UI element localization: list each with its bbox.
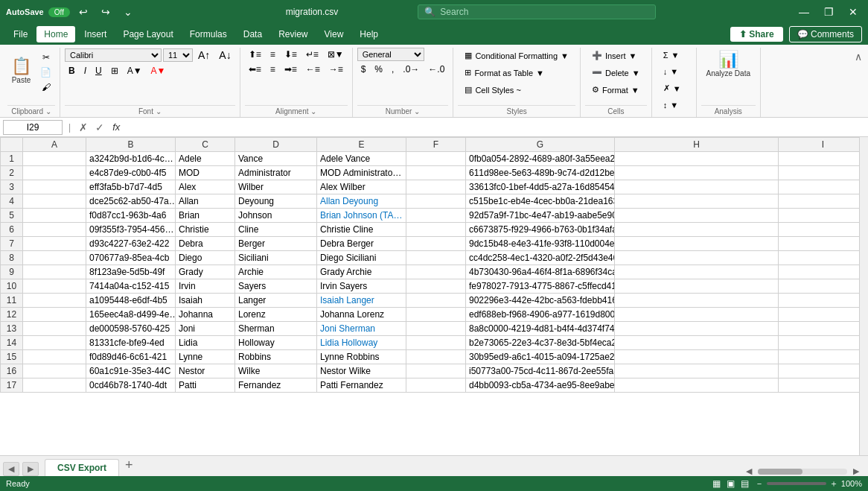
percent-button[interactable]: % xyxy=(371,63,386,76)
cell-17-2[interactable]: Patti xyxy=(176,378,235,393)
cell-2-2[interactable]: MOD xyxy=(176,166,235,180)
col-header-d[interactable]: D xyxy=(235,138,317,152)
cell-11-3[interactable]: Langer xyxy=(235,294,317,308)
cell-16-3[interactable]: Wilke xyxy=(235,364,317,378)
cell-14-7[interactable] xyxy=(615,336,779,350)
search-input[interactable] xyxy=(440,7,649,17)
cell-4-4[interactable]: Allan Deyoung xyxy=(317,194,406,209)
cell-12-7[interactable] xyxy=(615,308,779,322)
cut-button[interactable]: ✂ xyxy=(36,51,55,64)
row-number-10[interactable]: 10 xyxy=(1,279,23,294)
cell-2-0[interactable] xyxy=(23,166,86,180)
cell-17-8[interactable] xyxy=(779,378,860,393)
align-top-button[interactable]: ⬆≡ xyxy=(245,48,265,61)
cell-4-1[interactable]: dce25c62-ab50-47a… xyxy=(86,194,176,209)
share-button[interactable]: ⬆ Share xyxy=(730,27,783,42)
cell-16-5[interactable] xyxy=(406,364,466,378)
horizontal-scroll-left[interactable]: ◀ xyxy=(746,466,752,476)
align-left-button[interactable]: ⬅≡ xyxy=(245,63,265,76)
cell-11-8[interactable] xyxy=(779,294,860,308)
cell-6-3[interactable]: Cline xyxy=(235,223,317,237)
cell-13-3[interactable]: Sherman xyxy=(235,322,317,336)
cell-7-6[interactable]: 9dc15b48-e4e3-41fe-93f8-110d004e911e xyxy=(466,237,615,251)
cell-16-0[interactable] xyxy=(23,364,86,378)
cell-9-8[interactable] xyxy=(779,265,860,279)
cell-9-1[interactable]: 8f123a9e-5d5b-49f xyxy=(86,265,176,279)
cell-7-5[interactable] xyxy=(406,237,466,251)
cell-5-6[interactable]: 92d57a9f-71bc-4e47-ab19-aabe5e906f66 xyxy=(466,209,615,223)
cell-11-4[interactable]: Isaiah Langer xyxy=(317,294,406,308)
cell-15-2[interactable]: Lynne xyxy=(176,350,235,364)
cell-8-3[interactable]: Siciliani xyxy=(235,251,317,265)
cell-7-3[interactable]: Berger xyxy=(235,237,317,251)
cell-6-2[interactable]: Christie xyxy=(176,223,235,237)
row-number-12[interactable]: 12 xyxy=(1,308,23,322)
cell-17-5[interactable] xyxy=(406,378,466,393)
cell-17-3[interactable]: Fernandez xyxy=(235,378,317,393)
format-painter-button[interactable]: 🖌 xyxy=(36,80,55,94)
cell-5-0[interactable] xyxy=(23,209,86,223)
col-header-f[interactable]: F xyxy=(406,138,466,152)
analyze-data-button[interactable]: 📊 Analyze Data xyxy=(701,48,756,81)
cell-8-1[interactable]: 070677a9-85ea-4cb xyxy=(86,251,176,265)
cell-15-7[interactable] xyxy=(615,350,779,364)
cell-6-7[interactable] xyxy=(615,223,779,237)
row-number-11[interactable]: 11 xyxy=(1,294,23,308)
cell-4-0[interactable] xyxy=(23,194,86,209)
minimize-button[interactable]: — xyxy=(794,4,814,19)
cell-1-3[interactable]: Vance xyxy=(235,152,317,166)
cell-2-4[interactable]: MOD Administrato… xyxy=(317,166,406,180)
font-name-select[interactable]: Calibri xyxy=(65,48,162,62)
cell-12-4[interactable]: Johanna Lorenz xyxy=(317,308,406,322)
cell-11-1[interactable]: a1095448-e6df-4b5 xyxy=(86,294,176,308)
menu-formulas[interactable]: Formulas xyxy=(182,26,234,42)
zoom-out-button[interactable]: － xyxy=(755,478,764,490)
cell-13-8[interactable] xyxy=(779,322,860,336)
row-number-13[interactable]: 13 xyxy=(1,322,23,336)
cell-6-8[interactable] xyxy=(779,223,860,237)
copy-button[interactable]: 📄 xyxy=(36,66,55,79)
col-header-a[interactable]: A xyxy=(23,138,86,152)
cell-5-3[interactable]: Johnson xyxy=(235,209,317,223)
autosave-toggle[interactable]: Off xyxy=(48,7,70,17)
close-button[interactable]: ✕ xyxy=(844,4,862,19)
cell-11-6[interactable]: 902296e3-442e-42bc-a563-fdebb4167108 xyxy=(466,294,615,308)
cell-16-4[interactable]: Nestor Wilke xyxy=(317,364,406,378)
col-header-g[interactable]: G xyxy=(466,138,615,152)
cell-10-6[interactable]: fe978027-7913-4775-8867-c5ffecd41642 xyxy=(466,279,615,294)
cell-12-0[interactable] xyxy=(23,308,86,322)
comma-button[interactable]: , xyxy=(388,63,398,76)
cell-3-7[interactable] xyxy=(615,180,779,194)
cell-4-7[interactable] xyxy=(615,194,779,209)
cell-10-3[interactable]: Sayers xyxy=(235,279,317,294)
cell-6-0[interactable] xyxy=(23,223,86,237)
undo-button[interactable]: ↩ xyxy=(74,4,92,19)
cell-5-4[interactable]: Brian Johnson (TA… xyxy=(317,209,406,223)
cell-17-0[interactable] xyxy=(23,378,86,393)
cell-5-8[interactable] xyxy=(779,209,860,223)
cell-17-6[interactable]: d4bb0093-cb5a-4734-ae95-8ee9abeb0bc5 xyxy=(466,378,615,393)
zoom-slider[interactable] xyxy=(767,482,826,485)
menu-page-layout[interactable]: Page Layout xyxy=(115,26,180,42)
fill-button[interactable]: ↓▼ xyxy=(657,64,692,79)
align-middle-button[interactable]: ≡ xyxy=(267,48,279,61)
sheet-tab-csv-export[interactable]: CSV Export xyxy=(45,459,119,476)
cell-3-0[interactable] xyxy=(23,180,86,194)
cell-9-5[interactable] xyxy=(406,265,466,279)
formula-input[interactable] xyxy=(126,122,865,133)
cell-16-6[interactable]: i50773a00-75cd-4c11-867d-2ee55fa8b4d7 xyxy=(466,364,615,378)
number-format-select[interactable]: General xyxy=(357,48,424,61)
dec-increase-button[interactable]: .0→ xyxy=(399,63,423,76)
cell-11-2[interactable]: Isaiah xyxy=(176,294,235,308)
cell-14-3[interactable]: Holloway xyxy=(235,336,317,350)
cell-13-4[interactable]: Joni Sherman xyxy=(317,322,406,336)
cell-13-1[interactable]: de000598-5760-425 xyxy=(86,322,176,336)
cell-9-4[interactable]: Grady Archie xyxy=(317,265,406,279)
cell-12-5[interactable] xyxy=(406,308,466,322)
cell-8-4[interactable]: Diego Siciliani xyxy=(317,251,406,265)
next-sheet-button[interactable]: ▶ xyxy=(22,462,39,476)
decrease-font-button[interactable]: A↓ xyxy=(215,48,234,63)
col-header-b[interactable]: B xyxy=(86,138,176,152)
cell-1-1[interactable]: a3242b9d-b1d6-4c… xyxy=(86,152,176,166)
col-header-h[interactable]: H xyxy=(615,138,779,152)
